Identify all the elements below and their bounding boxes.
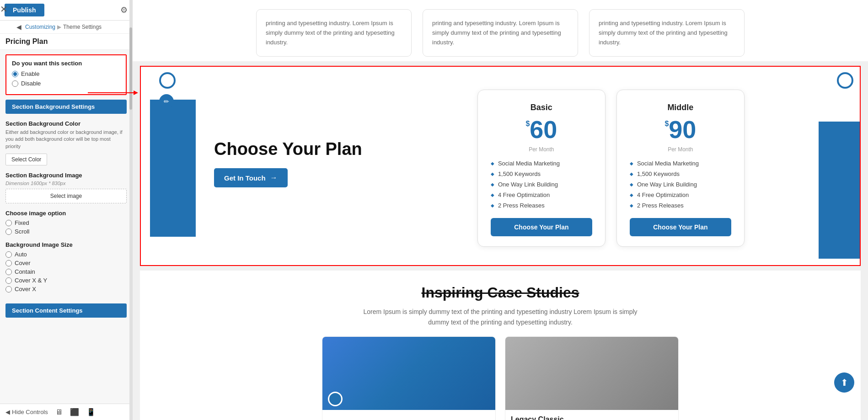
get-in-touch-button[interactable]: Get In Touch →: [214, 168, 288, 187]
basic-feature-4: ◆ 4 Free Optimization: [491, 191, 592, 198]
diamond-icon-m5: ◆: [630, 203, 633, 208]
contain-radio[interactable]: [5, 269, 12, 275]
enable-option[interactable]: Enable: [12, 70, 120, 77]
sidebar: ✕ Publish ⚙ ◀ Customizing ▶ Theme Settin…: [0, 0, 133, 420]
desktop-icon-button[interactable]: 🖥: [55, 408, 63, 416]
cover-label: Cover: [15, 260, 31, 266]
case-card-1-avatar: [328, 392, 343, 406]
middle-feature-4: ◆ 4 Free Optimization: [630, 191, 731, 198]
diamond-icon-m4: ◆: [630, 192, 633, 197]
gear-button[interactable]: ⚙: [120, 5, 128, 15]
contain-option[interactable]: Contain: [5, 268, 127, 275]
cover-option[interactable]: Cover: [5, 260, 127, 266]
middle-price-amount: 90: [669, 117, 696, 142]
scroll-thumb: [129, 27, 132, 110]
plan-left-text: Choose Your Plan Get In Touch →: [205, 140, 362, 187]
image-option-title: Choose image option: [5, 210, 127, 217]
sidebar-header: ✕ Publish ⚙: [0, 0, 132, 21]
mobile-icon-button[interactable]: 📱: [86, 408, 96, 416]
basic-feature-1: ◆ Social Media Marketing: [491, 160, 592, 167]
fixed-radio[interactable]: [5, 220, 12, 226]
image-option-group: Choose image option Fixed Scroll: [5, 210, 127, 235]
cover-xy-radio[interactable]: [5, 277, 12, 284]
diamond-icon-m3: ◆: [630, 182, 633, 187]
basic-feature-5-text: 2 Press Releases: [498, 202, 545, 209]
case-card-2: Legacy Classic: [505, 336, 679, 420]
basic-feature-5: ◆ 2 Press Releases: [491, 202, 592, 209]
middle-feature-2-text: 1,500 Keywords: [637, 170, 680, 177]
close-button[interactable]: ✕: [0, 4, 8, 15]
auto-radio[interactable]: [5, 251, 12, 258]
scroll-radio[interactable]: [5, 229, 12, 235]
bg-size-title: Background Image Size: [5, 241, 127, 248]
fixed-option[interactable]: Fixed: [5, 219, 127, 226]
breadcrumb: ◀ Customizing ▶ Theme Settings: [0, 21, 132, 34]
middle-plan-features: ◆ Social Media Marketing ◆ 1,500 Keyword…: [630, 160, 731, 209]
disable-option[interactable]: Disable: [12, 80, 120, 87]
middle-price-period: Per Month: [630, 146, 731, 153]
case-card-1: [322, 336, 496, 420]
blue-circle-top-right: [837, 72, 853, 89]
bg-size-group: Background Image Size Auto Cover Contain…: [5, 241, 127, 292]
sidebar-content: Do you want this section Enable Disable …: [0, 50, 132, 404]
enable-disable-box: Do you want this section Enable Disable: [5, 54, 127, 95]
middle-feature-5-text: 2 Press Releases: [637, 202, 684, 209]
middle-plan-price: $ 90: [630, 117, 731, 142]
middle-feature-2: ◆ 1,500 Keywords: [630, 170, 731, 177]
bg-color-title: Section Background Color: [5, 120, 127, 127]
top-card-3-text: printing and typesetting industry. Lorem…: [599, 20, 728, 46]
enable-disable-title: Do you want this section: [12, 60, 120, 67]
basic-feature-3: ◆ One Way Link Building: [491, 181, 592, 188]
bg-image-group: Section Background Image Dimension 1600p…: [5, 172, 127, 203]
cover-x-option[interactable]: Cover X: [5, 286, 127, 292]
select-color-button[interactable]: Select Color: [5, 154, 47, 165]
section-bg-settings-button[interactable]: Section Background Settings: [5, 100, 127, 114]
breadcrumb-root[interactable]: Customizing: [25, 24, 55, 30]
top-card-2-text: printing and typesetting industry. Lorem…: [432, 20, 561, 46]
breadcrumb-back-arrow[interactable]: ◀: [16, 23, 21, 31]
publish-button[interactable]: Publish: [5, 4, 44, 16]
case-studies-section: Inspiring Case Studies Lorem Ipsum is si…: [140, 271, 861, 420]
middle-choose-plan-button[interactable]: Choose Your Plan: [630, 218, 731, 236]
arrow-right-icon: →: [270, 174, 278, 182]
select-image-button[interactable]: Select image: [5, 189, 127, 203]
bg-size-options: Auto Cover Contain Cover X & Y Cover X: [5, 251, 127, 292]
disable-radio[interactable]: [12, 80, 18, 87]
cover-xy-option[interactable]: Cover X & Y: [5, 277, 127, 284]
cover-radio[interactable]: [5, 260, 12, 266]
cover-xy-label: Cover X & Y: [15, 277, 47, 284]
middle-feature-3-text: One Way Link Building: [637, 181, 697, 188]
blue-circle-top-left: [159, 72, 176, 89]
main-preview-area: printing and typesetting industry. Lorem…: [133, 0, 868, 420]
scroll-bar[interactable]: [129, 0, 132, 420]
auto-option[interactable]: Auto: [5, 251, 127, 258]
enable-radio[interactable]: [12, 71, 18, 77]
scroll-option[interactable]: Scroll: [5, 228, 127, 235]
diamond-icon-2: ◆: [491, 171, 494, 176]
middle-plan-card: Middle $ 90 Per Month ◆ Social Media Mar…: [616, 90, 745, 247]
image-options: Fixed Scroll: [5, 219, 127, 235]
middle-feature-1: ◆ Social Media Marketing: [630, 160, 731, 167]
cover-x-radio[interactable]: [5, 286, 12, 292]
basic-feature-1-text: Social Media Marketing: [498, 160, 560, 167]
bg-image-title: Section Background Image: [5, 172, 127, 179]
basic-price-amount: 60: [530, 117, 557, 142]
basic-feature-2-text: 1,500 Keywords: [498, 170, 541, 177]
case-card-2-title: Legacy Classic: [511, 415, 673, 420]
disable-label: Disable: [21, 80, 41, 87]
section-content-settings-button[interactable]: Section Content Settings: [5, 303, 127, 318]
breadcrumb-child: Theme Settings: [63, 24, 102, 30]
top-cards-row: printing and typesetting industry. Lorem…: [133, 0, 868, 61]
cover-x-label: Cover X: [15, 286, 36, 292]
case-card-2-image: [505, 337, 678, 410]
tablet-icon-button[interactable]: ⬛: [70, 408, 79, 416]
dimension-label: Dimension 1600px * 830px: [5, 181, 127, 186]
basic-choose-plan-button[interactable]: Choose Your Plan: [491, 218, 592, 236]
case-card-2-content: Legacy Classic: [505, 410, 678, 420]
scroll-up-button[interactable]: ⬆: [834, 372, 854, 393]
basic-price-dollar: $: [525, 120, 530, 128]
middle-price-dollar: $: [664, 120, 669, 128]
case-studies-cards: Legacy Classic: [149, 336, 852, 420]
hide-controls-button[interactable]: ◀ Hide Controls: [5, 409, 48, 415]
get-in-touch-label: Get In Touch: [224, 174, 266, 182]
